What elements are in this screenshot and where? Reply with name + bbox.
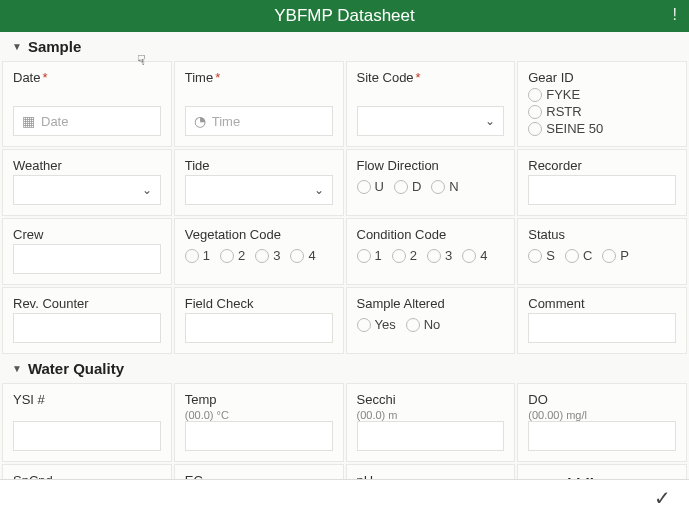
section-turbidity: ▼ Turbidity: [517, 464, 687, 479]
field-ysi: YSI #: [2, 383, 172, 462]
required-icon: *: [416, 70, 421, 85]
flow-u[interactable]: U: [357, 179, 384, 194]
veg-2[interactable]: 2: [220, 248, 245, 263]
field-condition-code: Condition Code 1 2 3 4: [346, 218, 516, 285]
cond-4[interactable]: 4: [462, 248, 487, 263]
status-p[interactable]: P: [602, 248, 629, 263]
field-weather: Weather ⌄: [2, 149, 172, 216]
clock-icon: ◔: [194, 113, 206, 129]
calendar-icon: ▦: [22, 113, 35, 129]
field-flow-direction: Flow Direction U D N: [346, 149, 516, 216]
field-comment: Comment: [517, 287, 687, 354]
recorder-input[interactable]: [528, 175, 676, 205]
chevron-down-icon: ⌄: [142, 183, 152, 197]
required-icon: *: [215, 70, 220, 85]
alert-icon[interactable]: !: [673, 6, 677, 24]
field-status: Status S C P: [517, 218, 687, 285]
field-field-check: Field Check: [174, 287, 344, 354]
field-ec: EC (0000): [174, 464, 344, 479]
field-vegetation-code: Vegetation Code 1 2 3 4: [174, 218, 344, 285]
footer-bar: ✓: [0, 479, 689, 515]
crew-input[interactable]: [13, 244, 161, 274]
field-rev-counter: Rev. Counter: [2, 287, 172, 354]
cond-2[interactable]: 2: [392, 248, 417, 263]
veg-1[interactable]: 1: [185, 248, 210, 263]
section-water-quality-header[interactable]: ▼ Water Quality: [0, 354, 689, 383]
date-input[interactable]: ▦Date: [13, 106, 161, 136]
field-secchi: Secchi (00.0) m: [346, 383, 516, 462]
altered-yes[interactable]: Yes: [357, 317, 396, 332]
temp-input[interactable]: [185, 421, 333, 451]
section-sample-title: Sample: [28, 38, 81, 55]
gear-rstr[interactable]: RSTR: [528, 104, 676, 119]
field-ph: pH (00.0): [346, 464, 516, 479]
field-crew: Crew: [2, 218, 172, 285]
chevron-down-icon: ⌄: [314, 183, 324, 197]
gear-fyke[interactable]: FYKE: [528, 87, 676, 102]
field-tide: Tide ⌄: [174, 149, 344, 216]
veg-4[interactable]: 4: [290, 248, 315, 263]
section-wq-title: Water Quality: [28, 360, 124, 377]
field-time: Time* ◔Time: [174, 61, 344, 147]
secchi-input[interactable]: [357, 421, 505, 451]
section-sample-header[interactable]: ▼ Sample: [0, 32, 689, 61]
flow-d[interactable]: D: [394, 179, 421, 194]
ysi-input[interactable]: [13, 421, 161, 451]
field-date: Date* ▦Date: [2, 61, 172, 147]
wq-grid: YSI # Temp (00.0) °C Secchi (00.0) m DO …: [0, 383, 689, 479]
gear-seine50[interactable]: SEINE 50: [528, 121, 676, 136]
status-s[interactable]: S: [528, 248, 555, 263]
caret-down-icon: ▼: [12, 41, 22, 52]
form-content: ▼ Sample ☟ Date* ▦Date Time* ◔Time Site …: [0, 32, 689, 479]
weather-select[interactable]: ⌄: [13, 175, 161, 205]
cond-1[interactable]: 1: [357, 248, 382, 263]
comment-input[interactable]: [528, 313, 676, 343]
tide-select[interactable]: ⌄: [185, 175, 333, 205]
site-code-select[interactable]: ⌄: [357, 106, 505, 136]
app-title: YBFMP Datasheet: [274, 6, 414, 26]
field-check-input[interactable]: [185, 313, 333, 343]
status-c[interactable]: C: [565, 248, 592, 263]
field-recorder: Recorder: [517, 149, 687, 216]
required-icon: *: [42, 70, 47, 85]
field-site-code: Site Code* ⌄: [346, 61, 516, 147]
flow-n[interactable]: N: [431, 179, 458, 194]
field-temp: Temp (00.0) °C: [174, 383, 344, 462]
cond-3[interactable]: 3: [427, 248, 452, 263]
altered-no[interactable]: No: [406, 317, 441, 332]
caret-down-icon: ▼: [12, 363, 22, 374]
veg-3[interactable]: 3: [255, 248, 280, 263]
field-spcnd: SpCnd (0000): [2, 464, 172, 479]
submit-check-icon[interactable]: ✓: [654, 486, 671, 510]
do-input[interactable]: [528, 421, 676, 451]
rev-counter-input[interactable]: [13, 313, 161, 343]
time-input[interactable]: ◔Time: [185, 106, 333, 136]
chevron-down-icon: ⌄: [485, 114, 495, 128]
sample-grid: Date* ▦Date Time* ◔Time Site Code* ⌄ Gea…: [0, 61, 689, 354]
field-do: DO (00.00) mg/l: [517, 383, 687, 462]
field-sample-altered: Sample Altered Yes No: [346, 287, 516, 354]
field-gear-id: Gear ID FYKE RSTR SEINE 50: [517, 61, 687, 147]
app-header: YBFMP Datasheet !: [0, 0, 689, 32]
